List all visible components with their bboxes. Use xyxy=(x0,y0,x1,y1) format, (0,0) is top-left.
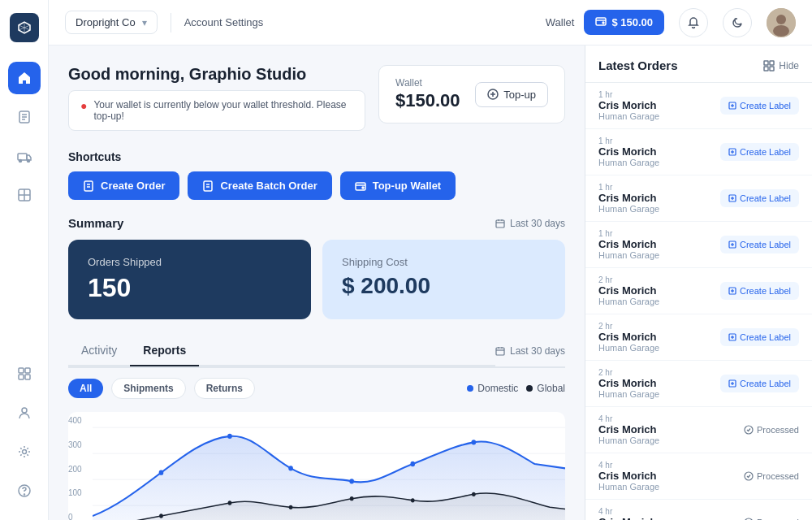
summary-date-text: Last 30 days xyxy=(510,218,565,229)
create-batch-order-button[interactable]: Create Batch Order xyxy=(188,171,331,200)
topup-wallet-button[interactable]: Top-up Wallet xyxy=(340,171,456,200)
domestic-legend: Domestic xyxy=(467,383,518,394)
create-label-button[interactable]: Create Label xyxy=(720,328,799,346)
svg-point-58 xyxy=(472,492,476,496)
svg-rect-38 xyxy=(496,348,504,355)
notifications-button[interactable] xyxy=(679,8,708,37)
nav-item-users[interactable] xyxy=(8,396,41,429)
svg-rect-29 xyxy=(204,181,212,191)
order-item: 2 hr Cris Morich Human Garage Create Lab… xyxy=(585,314,812,361)
create-label-button[interactable]: Create Label xyxy=(720,97,799,115)
svg-point-15 xyxy=(22,450,26,454)
svg-rect-12 xyxy=(19,375,24,379)
wallet-card-amount: $150.00 xyxy=(395,90,460,111)
avatar[interactable] xyxy=(767,8,796,37)
svg-point-21 xyxy=(776,15,786,24)
account-settings-link[interactable]: Account Settings xyxy=(184,16,264,28)
nav-item-catalog[interactable] xyxy=(8,358,41,390)
shortcuts-label: Shortcuts xyxy=(68,150,565,163)
order-info: 1 hr Cris Morich Human Garage xyxy=(598,136,714,167)
order-item: 4 hr Cris Morich Human Garage Processed xyxy=(585,407,812,453)
create-order-button[interactable]: Create Order xyxy=(68,171,179,200)
dark-mode-button[interactable] xyxy=(723,8,752,37)
svg-rect-59 xyxy=(764,61,768,65)
chart-area: 400 300 200 100 0 xyxy=(68,412,565,520)
order-item: 1 hr Cris Morich Human Garage Create Lab… xyxy=(585,83,812,129)
create-label-button[interactable]: Create Label xyxy=(720,375,799,392)
nav-item-orders[interactable] xyxy=(8,101,41,133)
order-company: Human Garage xyxy=(598,436,737,445)
svg-point-5 xyxy=(19,160,21,162)
filter-row: All Shipments Returns Domestic Global xyxy=(68,378,565,399)
svg-rect-34 xyxy=(496,220,504,228)
nav-item-analytics[interactable] xyxy=(8,179,41,211)
domestic-label: Domestic xyxy=(477,383,518,394)
svg-rect-62 xyxy=(770,67,774,71)
app-logo[interactable] xyxy=(10,13,39,42)
wallet-alert: ● Your wallet is currently below your wa… xyxy=(68,90,365,131)
wallet-amount: $ 150.00 xyxy=(611,16,653,28)
top-header: Dropright Co ▾ Account Settings Wallet $… xyxy=(49,0,812,46)
latest-orders-title: Latest Orders xyxy=(598,58,678,72)
main-area: Dropright Co ▾ Account Settings Wallet $… xyxy=(49,0,812,520)
global-label: Global xyxy=(537,383,565,394)
order-info: 4 hr Cris Morich Human Garage xyxy=(598,507,737,520)
nav-item-home[interactable] xyxy=(8,62,41,94)
svg-point-48 xyxy=(227,434,232,439)
svg-point-54 xyxy=(228,500,232,505)
order-name: Cris Morich xyxy=(598,145,714,158)
chevron-down-icon: ▾ xyxy=(142,17,147,28)
hide-button[interactable]: Hide xyxy=(763,60,799,72)
wallet-card: Wallet $150.00 xyxy=(395,77,460,111)
order-time: 4 hr xyxy=(598,461,737,470)
order-time: 1 hr xyxy=(598,183,714,192)
order-company: Human Garage xyxy=(598,297,714,306)
order-name: Cris Morich xyxy=(598,99,714,111)
order-info: 4 hr Cris Morich Human Garage xyxy=(598,414,737,445)
svg-rect-61 xyxy=(764,67,768,71)
wallet-amount-button[interactable]: $ 150.00 xyxy=(584,10,664,35)
create-label-button[interactable]: Create Label xyxy=(720,236,799,254)
order-item: 1 hr Cris Morich Human Garage Create Lab… xyxy=(585,176,812,222)
filter-all-button[interactable]: All xyxy=(68,379,103,398)
order-time: 1 hr xyxy=(598,90,714,99)
order-name: Cris Morich xyxy=(598,284,714,297)
filter-shipments-button[interactable]: Shipments xyxy=(111,378,185,399)
tab-activity[interactable]: Activity xyxy=(68,336,130,366)
shipping-cost-card: Shipping Cost $ 200.00 xyxy=(322,240,565,319)
order-time: 4 hr xyxy=(598,414,737,423)
create-label-button[interactable]: Create Label xyxy=(720,143,799,161)
order-info: 1 hr Cris Morich Human Garage xyxy=(598,229,714,260)
svg-rect-18 xyxy=(596,18,606,25)
account-selector[interactable]: Dropright Co ▾ xyxy=(65,11,158,34)
tabs-date-range: Last 30 days xyxy=(495,345,565,357)
order-time: 2 hr xyxy=(598,368,714,377)
create-label-button[interactable]: Create Label xyxy=(720,282,799,300)
svg-rect-26 xyxy=(84,181,93,191)
nav-item-settings[interactable] xyxy=(8,436,41,468)
order-info: 1 hr Cris Morich Human Garage xyxy=(598,183,714,214)
topup-button[interactable]: Top-up xyxy=(475,82,548,107)
svg-rect-13 xyxy=(25,375,30,379)
shipping-cost-value: $ 200.00 xyxy=(342,273,546,299)
order-name: Cris Morich xyxy=(598,331,714,343)
header-divider xyxy=(171,13,171,32)
nav-item-help[interactable] xyxy=(8,474,41,507)
order-info: 1 hr Cris Morich Human Garage xyxy=(598,90,714,121)
nav-item-shipping[interactable] xyxy=(8,140,41,172)
orders-list: 1 hr Cris Morich Human Garage Create Lab… xyxy=(585,83,812,520)
topup-label: Top-up xyxy=(503,89,536,101)
account-name: Dropright Co xyxy=(76,16,136,28)
create-label-button[interactable]: Create Label xyxy=(720,189,799,207)
order-time: 4 hr xyxy=(598,507,737,516)
order-time: 1 hr xyxy=(598,136,714,145)
svg-point-55 xyxy=(289,505,293,509)
order-item: 2 hr Cris Morich Human Garage Create Lab… xyxy=(585,268,812,314)
tab-reports[interactable]: Reports xyxy=(130,336,199,366)
filter-returns-button[interactable]: Returns xyxy=(194,378,255,399)
right-panel: Latest Orders Hide 1 hr Cris Morich Huma… xyxy=(585,46,812,520)
svg-rect-60 xyxy=(770,61,774,65)
nav-bar xyxy=(0,0,49,520)
orders-shipped-card: Orders Shipped 150 xyxy=(68,240,311,319)
create-order-label: Create Order xyxy=(101,180,165,192)
